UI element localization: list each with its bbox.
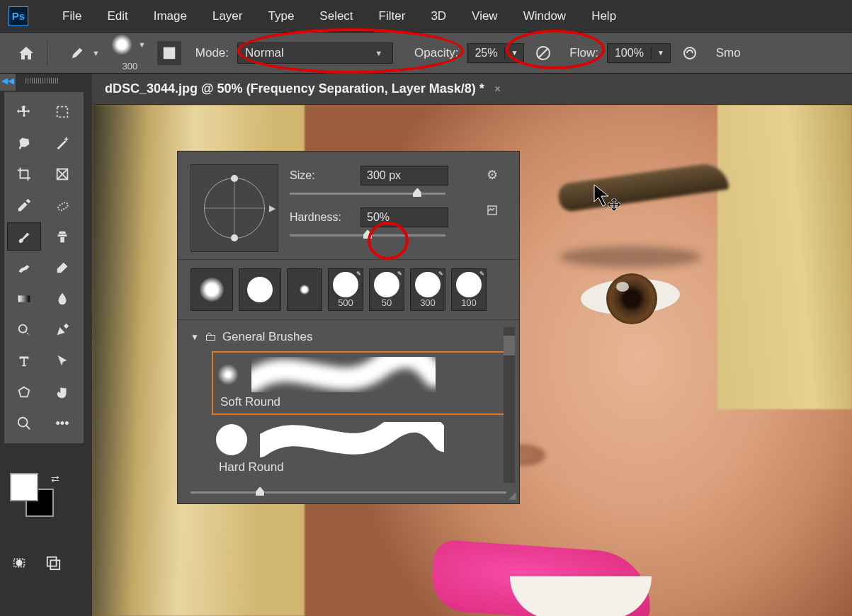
chevron-down-icon[interactable]: ▼ (505, 49, 523, 57)
menu-file[interactable]: File (50, 9, 94, 23)
pen-tool[interactable] (45, 316, 79, 344)
brush-tip-icon (216, 424, 247, 455)
close-tab-button[interactable]: × (494, 83, 501, 96)
app-logo: Ps (8, 6, 28, 26)
svg-marker-7 (19, 387, 30, 397)
brush-settings-panel-button[interactable] (157, 41, 181, 65)
folder-label: General Brushes (222, 330, 313, 344)
smoothing-label: Smo (716, 46, 741, 60)
chevron-down-icon[interactable]: ▼ (652, 49, 670, 57)
type-tool[interactable] (7, 347, 41, 375)
shape-tool[interactable] (7, 378, 41, 406)
brush-name: Soft Round (220, 395, 504, 409)
tools-panel: ••• (4, 92, 84, 443)
opacity-input[interactable]: 25% ▼ (467, 43, 524, 63)
mode-label: Mode: (195, 46, 229, 60)
magic-wand-tool[interactable] (45, 129, 79, 157)
recent-brush[interactable]: ✎100 (451, 268, 487, 311)
menu-image[interactable]: Image (141, 9, 200, 23)
brush-size-slider[interactable] (290, 193, 445, 195)
screen-mode-button[interactable] (41, 552, 65, 574)
flow-input[interactable]: 100% ▼ (607, 43, 671, 63)
menu-window[interactable]: Window (511, 9, 579, 23)
menu-view[interactable]: View (459, 9, 511, 23)
quick-mask-button[interactable] (7, 552, 31, 574)
menu-help[interactable]: Help (579, 9, 629, 23)
svg-rect-11 (47, 557, 57, 566)
menu-filter[interactable]: Filter (366, 9, 419, 23)
brush-tool[interactable] (7, 222, 41, 251)
recent-brush[interactable] (239, 268, 281, 311)
chevron-down-icon: ▼ (89, 49, 103, 57)
zoom-tool[interactable] (7, 409, 41, 438)
frame-tool[interactable] (45, 160, 79, 188)
brush-folder[interactable]: ▼ 🗀 General Brushes (188, 326, 509, 348)
recent-brush[interactable]: ✎300 (410, 268, 445, 311)
blend-mode-select[interactable]: Normal ▼ (237, 42, 393, 64)
opacity-label: Opacity: (414, 46, 458, 60)
brush-preset-picker[interactable]: ▼ 300 (111, 34, 149, 72)
document-title: dDSC_3044.jpg @ 50% (Frequency Separatio… (105, 81, 484, 96)
lasso-tool[interactable] (7, 129, 41, 157)
path-selection-tool[interactable] (45, 347, 79, 375)
brush-size-input[interactable] (360, 166, 448, 186)
marquee-tool[interactable] (45, 98, 79, 126)
swap-colors-icon[interactable]: ⇄ (51, 473, 59, 484)
brush-tip-angle-control[interactable]: ▶ (191, 164, 278, 252)
move-tool[interactable] (7, 98, 41, 126)
brush-list: ▼ 🗀 General Brushes Soft Round Hard Roun… (178, 320, 519, 487)
blend-mode-value: Normal (245, 46, 284, 60)
flow-value: 100% (608, 47, 652, 59)
options-bar: ▼ ▼ 300 Mode: Normal ▼ Opacity: 25% ▼ Fl… (0, 33, 852, 74)
brush-list-item[interactable]: Hard Round (212, 418, 509, 479)
recent-brush[interactable] (287, 268, 322, 311)
history-brush-tool[interactable] (7, 253, 41, 282)
collapse-panels-button[interactable]: ◀◀ (0, 74, 16, 91)
more-tools[interactable]: ••• (45, 409, 79, 438)
brush-name: Hard Round (219, 460, 505, 474)
home-button[interactable] (14, 41, 38, 65)
tool-preset-picker[interactable]: ▼ (69, 45, 103, 61)
svg-point-8 (18, 418, 28, 427)
crop-tool[interactable] (7, 160, 41, 188)
menu-type[interactable]: Type (255, 9, 307, 23)
menubar: Ps File Edit Image Layer Type Select Fil… (0, 0, 852, 33)
menu-layer[interactable]: Layer (200, 9, 256, 23)
foreground-color-swatch[interactable] (10, 473, 38, 501)
brush-list-item[interactable]: Soft Round (212, 351, 509, 415)
recent-brush[interactable] (191, 268, 233, 311)
svg-point-1 (684, 47, 695, 59)
brush-preview-icon (111, 34, 132, 55)
gradient-tool[interactable] (7, 285, 41, 313)
recent-brush[interactable]: ✎50 (369, 268, 404, 311)
pressure-opacity-button[interactable] (533, 42, 554, 64)
svg-rect-12 (50, 560, 59, 569)
brush-hardness-slider[interactable] (290, 234, 445, 236)
dodge-tool[interactable] (7, 316, 41, 344)
menu-3d[interactable]: 3D (418, 9, 459, 23)
thumbnail-size-slider[interactable] (191, 491, 506, 494)
hardness-label: Hardness: (290, 211, 353, 224)
resize-grip[interactable]: ◢ (509, 489, 516, 501)
airbrush-button[interactable] (679, 42, 700, 64)
blur-tool[interactable] (45, 285, 79, 313)
document-tab[interactable]: dDSC_3044.jpg @ 50% (Frequency Separatio… (92, 74, 852, 105)
brush-tip-icon (217, 364, 239, 385)
hand-tool[interactable] (45, 378, 79, 406)
clone-stamp-tool[interactable] (45, 222, 79, 251)
eyedropper-tool[interactable] (7, 191, 41, 219)
gear-icon[interactable]: ⚙ (487, 167, 498, 183)
menu-edit[interactable]: Edit (94, 9, 140, 23)
color-swatches[interactable]: ⇄ (10, 473, 67, 530)
menu-select[interactable]: Select (307, 9, 365, 23)
eraser-tool[interactable] (45, 253, 79, 282)
chevron-down-icon: ▼ (191, 332, 199, 342)
recent-brush[interactable]: ✎500 (328, 268, 363, 311)
new-preset-icon[interactable] (486, 204, 499, 219)
panel-grip[interactable] (25, 78, 59, 84)
healing-brush-tool[interactable] (45, 191, 79, 219)
scrollbar[interactable] (504, 327, 515, 483)
svg-rect-5 (18, 295, 30, 302)
folder-icon: 🗀 (205, 330, 217, 344)
brush-hardness-input[interactable] (360, 207, 448, 227)
